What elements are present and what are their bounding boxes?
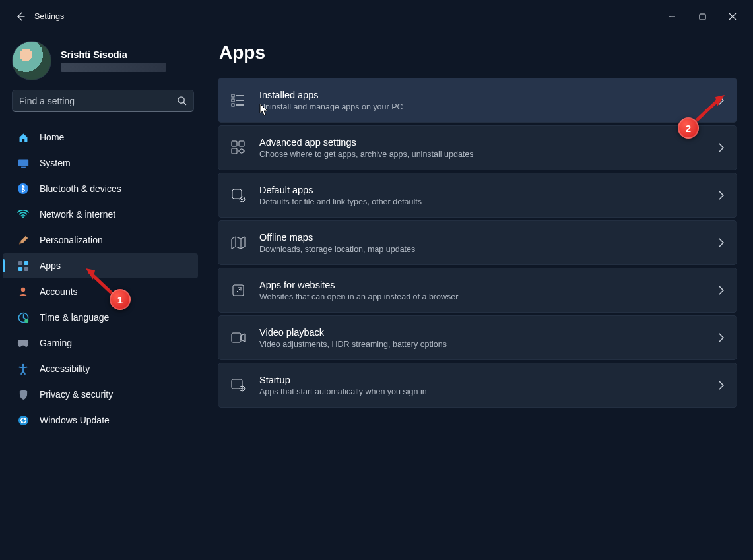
maximize-icon — [699, 13, 706, 20]
svg-point-13 — [22, 363, 24, 366]
card-installed-apps[interactable]: Installed apps Uninstall and manage apps… — [218, 78, 737, 123]
map-icon — [229, 236, 247, 249]
svg-rect-2 — [18, 159, 28, 166]
sidebar-item-label: Windows Update — [40, 415, 110, 425]
card-title: Advanced app settings — [259, 137, 474, 148]
search-box[interactable] — [12, 90, 194, 112]
card-desc: Defaults for file and link types, other … — [259, 197, 422, 206]
paintbrush-icon — [17, 234, 29, 246]
user-email-redacted — [61, 63, 166, 72]
search-input[interactable] — [19, 96, 177, 106]
chevron-right-icon — [718, 381, 725, 390]
card-title: Default apps — [259, 185, 422, 195]
user-name: Srishti Sisodia — [61, 49, 166, 60]
minimize-button[interactable] — [657, 6, 687, 27]
svg-rect-26 — [232, 379, 242, 389]
card-startup[interactable]: Startup Apps that start automatically wh… — [218, 363, 737, 408]
titlebar: Settings — [0, 0, 753, 33]
card-apps-for-websites[interactable]: Apps for websites Websites that can open… — [218, 268, 737, 313]
search-icon — [177, 96, 187, 106]
chevron-right-icon — [718, 143, 725, 152]
svg-point-14 — [18, 415, 28, 425]
sidebar-item-label: Bluetooth & devices — [40, 183, 121, 194]
svg-rect-25 — [232, 333, 241, 342]
card-title: Installed apps — [259, 90, 403, 100]
apps-gear-icon — [229, 140, 247, 155]
accessibility-icon — [17, 363, 29, 375]
sidebar-item-label: System — [40, 158, 71, 168]
sidebar-item-label: Accessibility — [40, 363, 90, 374]
sidebar-item-accessibility[interactable]: Accessibility — [3, 356, 198, 381]
sidebar-item-home[interactable]: Home — [3, 125, 198, 150]
svg-point-4 — [18, 183, 28, 194]
sidebar-item-gaming[interactable]: Gaming — [3, 330, 198, 356]
sidebar-item-label: Accounts — [40, 286, 78, 297]
default-apps-icon — [229, 188, 247, 202]
svg-rect-17 — [232, 104, 234, 106]
svg-rect-6 — [18, 261, 22, 264]
svg-point-23 — [240, 197, 245, 202]
card-title: Apps for websites — [259, 280, 458, 290]
card-video-playback[interactable]: Video playback Video adjustments, HDR st… — [218, 315, 737, 360]
svg-point-5 — [22, 216, 24, 218]
chevron-right-icon — [718, 191, 725, 200]
card-default-apps[interactable]: Default apps Defaults for file and link … — [218, 173, 737, 218]
annotation-badge-1: 1 — [110, 289, 131, 310]
profile-block[interactable]: Srishti Sisodia — [0, 41, 206, 90]
svg-rect-18 — [232, 141, 237, 146]
update-icon — [17, 414, 29, 426]
card-title: Video playback — [259, 327, 447, 338]
card-desc: Video adjustments, HDR streaming, batter… — [259, 340, 447, 349]
minimize-icon — [668, 13, 676, 20]
bluetooth-icon — [17, 183, 29, 195]
close-button[interactable] — [717, 6, 748, 27]
nav-list: Home System Bluetooth & devices Network … — [0, 121, 206, 433]
sidebar-item-network[interactable]: Network & internet — [3, 202, 198, 227]
sidebar-item-windows-update[interactable]: Windows Update — [3, 408, 198, 433]
main-content: Apps Installed apps Uninstall and manage… — [206, 33, 753, 560]
svg-point-12 — [24, 319, 28, 323]
chevron-right-icon — [718, 333, 725, 342]
back-button[interactable] — [9, 5, 32, 28]
list-icon — [229, 94, 247, 107]
sidebar-item-system[interactable]: System — [3, 150, 198, 175]
wifi-icon — [17, 208, 29, 220]
sidebar-item-label: Gaming — [40, 338, 72, 348]
chevron-right-icon — [718, 96, 725, 105]
sidebar-item-label: Time & language — [40, 312, 109, 323]
svg-point-21 — [240, 149, 244, 153]
svg-rect-20 — [232, 148, 237, 154]
apps-icon — [17, 260, 29, 272]
chevron-right-icon — [718, 238, 725, 247]
svg-rect-9 — [24, 266, 28, 270]
svg-rect-8 — [18, 266, 22, 270]
svg-rect-0 — [700, 14, 705, 20]
window-title: Settings — [34, 12, 64, 21]
card-desc: Downloads, storage location, map updates — [259, 245, 415, 254]
sidebar-item-time-language[interactable]: Time & language — [3, 305, 198, 330]
annotation-badge-2: 2 — [678, 117, 699, 139]
card-desc: Websites that can open in an app instead… — [259, 292, 458, 301]
home-icon — [17, 131, 29, 143]
card-desc: Uninstall and manage apps on your PC — [259, 102, 403, 111]
sidebar-item-privacy[interactable]: Privacy & security — [3, 382, 198, 407]
sidebar-item-personalization[interactable]: Personalization — [3, 228, 198, 253]
video-icon — [229, 332, 247, 343]
card-desc: Choose where to get apps, archive apps, … — [259, 150, 474, 159]
sidebar-item-accounts[interactable]: Accounts — [3, 279, 198, 304]
sidebar-item-apps[interactable]: Apps — [3, 253, 198, 278]
sidebar-item-bluetooth[interactable]: Bluetooth & devices — [3, 176, 198, 201]
svg-point-1 — [178, 97, 184, 103]
sidebar-item-label: Personalization — [40, 235, 103, 245]
card-offline-maps[interactable]: Offline maps Downloads, storage location… — [218, 220, 737, 265]
maximize-button[interactable] — [687, 6, 717, 27]
arrow-left-icon — [15, 11, 26, 22]
card-advanced-app-settings[interactable]: Advanced app settings Choose where to ge… — [218, 125, 737, 170]
gamepad-icon — [17, 337, 29, 349]
close-icon — [729, 13, 737, 20]
sidebar: Srishti Sisodia Home System — [0, 33, 206, 560]
window-controls — [657, 6, 748, 27]
svg-rect-7 — [24, 261, 28, 264]
svg-rect-3 — [21, 166, 26, 167]
svg-rect-16 — [232, 99, 234, 102]
